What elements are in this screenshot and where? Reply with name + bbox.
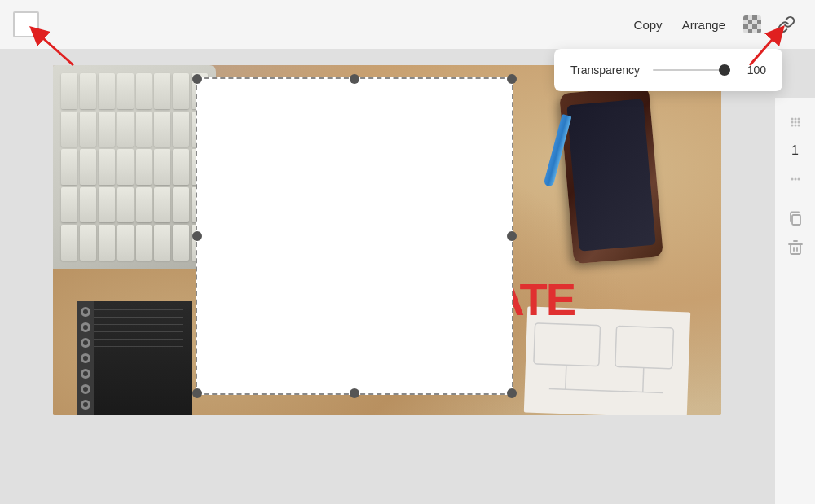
svg-rect-1 — [615, 326, 674, 368]
slider-track — [653, 69, 730, 71]
phone-element — [559, 86, 663, 265]
svg-rect-17 — [792, 215, 800, 225]
svg-line-4 — [549, 389, 663, 393]
checkerboard-icon — [743, 15, 761, 33]
notebook-element — [77, 301, 192, 415]
svg-point-10 — [797, 121, 800, 124]
svg-line-3 — [643, 368, 644, 392]
keyboard-keys — [61, 73, 208, 261]
transparency-value: 100 — [743, 64, 766, 77]
phone-screen — [566, 99, 655, 252]
toolbar-right: Copy Arrange — [626, 11, 802, 38]
svg-line-2 — [566, 365, 566, 389]
canvas-area: ATE — [0, 49, 815, 504]
sidebar-dots-icon[interactable] — [784, 168, 807, 191]
transparency-popup: Transparency 100 — [554, 49, 782, 91]
svg-point-13 — [797, 125, 800, 127]
keyboard-area — [53, 65, 216, 269]
svg-point-15 — [794, 178, 796, 181]
svg-point-5 — [791, 118, 793, 121]
svg-point-11 — [791, 125, 793, 127]
copy-button[interactable]: Copy — [626, 13, 671, 37]
svg-point-14 — [791, 178, 793, 181]
toolbar-left — [13, 11, 39, 37]
toolbar: Copy Arrange — [0, 0, 815, 49]
page-number: 1 — [791, 143, 799, 158]
right-sidebar: 1 — [774, 98, 815, 504]
arrange-button[interactable]: Arrange — [674, 13, 734, 37]
page-thumbnail[interactable] — [13, 11, 39, 37]
link-icon — [778, 15, 795, 33]
svg-point-9 — [794, 121, 796, 124]
svg-rect-0 — [534, 323, 601, 366]
svg-point-7 — [797, 118, 800, 121]
svg-point-16 — [797, 178, 800, 181]
svg-rect-18 — [791, 244, 800, 254]
selected-white-box[interactable] — [196, 77, 513, 395]
transparency-label: Transparency — [570, 64, 640, 77]
checkerboard-button[interactable] — [737, 11, 768, 38]
svg-point-8 — [791, 121, 793, 124]
sidebar-delete-icon[interactable] — [784, 236, 807, 259]
svg-point-12 — [794, 125, 796, 127]
link-button[interactable] — [771, 11, 802, 38]
transparency-slider-container — [653, 69, 730, 71]
sidebar-copy-icon[interactable] — [784, 207, 807, 230]
design-canvas[interactable]: ATE — [53, 65, 721, 415]
svg-point-6 — [794, 118, 796, 121]
slider-thumb[interactable] — [719, 64, 730, 76]
sidebar-grid-icon[interactable] — [784, 111, 807, 134]
